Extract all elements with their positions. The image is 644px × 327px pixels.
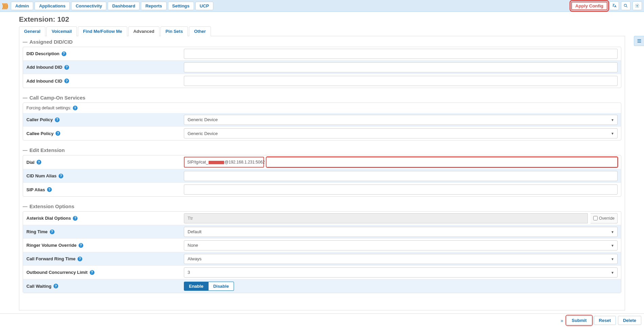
help-icon[interactable]: ?	[73, 216, 78, 221]
section-editext-body: Dial ? SIP/tg#cat_@192.168.1.231:5062 CI…	[23, 155, 621, 197]
help-icon[interactable]: ?	[37, 160, 41, 165]
input-sip-alias[interactable]	[184, 184, 618, 195]
section-assigned-header[interactable]: — Assigned DID/CID	[19, 36, 625, 47]
tab-advanced[interactable]: Advanced	[128, 26, 159, 36]
label-call-waiting: Call Waiting ?	[26, 284, 184, 289]
svg-point-0	[624, 4, 626, 6]
content-panel: — Assigned DID/CID DID Description ? Add…	[19, 36, 625, 310]
row-asterisk-dial: Asterisk Dial Options ? Override	[23, 212, 621, 225]
nav-settings[interactable]: Settings	[168, 2, 194, 10]
help-icon[interactable]: ?	[90, 270, 94, 275]
help-icon[interactable]: ?	[53, 284, 58, 288]
input-dial-extend[interactable]	[266, 157, 618, 167]
help-icon[interactable]: ?	[47, 187, 52, 192]
label-text: Asterisk Dial Options	[26, 216, 71, 221]
label-text: Callee Policy	[26, 131, 53, 136]
override-checkbox-wrap[interactable]: Override	[591, 213, 618, 223]
row-did-description: DID Description ?	[23, 47, 621, 61]
help-icon[interactable]: ?	[79, 243, 83, 248]
nav-applications[interactable]: Applications	[35, 2, 70, 10]
section-assigned-body: DID Description ? Add Inbound DID ? Add …	[23, 47, 621, 88]
section-editext-title: Edit Extension	[29, 147, 65, 153]
override-checkbox[interactable]	[593, 216, 598, 220]
row-ringer-volume: Ringer Volume Override ? ▼	[23, 239, 621, 252]
enable-button[interactable]: Enable	[184, 282, 209, 291]
tab-general[interactable]: General	[19, 26, 45, 36]
label-text: Ring Time	[26, 229, 48, 234]
top-nav-left: )))) Admin Applications Connectivity Das…	[2, 2, 213, 10]
label-text: Ringer Volume Override	[26, 243, 77, 248]
label-text: Call Forward Ring Time	[26, 256, 76, 261]
call-waiting-toggle: Enable Disable	[184, 282, 234, 291]
section-campon-title: Call Camp-On Services	[29, 95, 85, 101]
help-icon[interactable]: ?	[62, 51, 66, 56]
side-list-toggle[interactable]	[634, 36, 644, 46]
select-ringer-volume[interactable]	[184, 240, 618, 250]
translate-icon[interactable]	[609, 1, 619, 10]
content-tabs: General Voicemail Find Me/Follow Me Adva…	[19, 26, 625, 36]
label-dial: Dial ?	[26, 160, 184, 165]
label-add-inbound-did: Add Inbound DID ?	[26, 65, 184, 70]
tab-voicemail[interactable]: Voicemail	[46, 26, 77, 36]
nav-reports[interactable]: Reports	[141, 2, 166, 10]
label-text: Outbound Concurrency Limit	[26, 270, 88, 275]
row-callee-policy: Callee Policy ? ▼	[23, 127, 621, 140]
nav-ucp[interactable]: UCP	[195, 2, 213, 10]
section-editext-header[interactable]: — Edit Extension	[19, 145, 625, 155]
note-text: Forcing default settings:	[26, 106, 71, 110]
label-text: Dial	[26, 160, 35, 165]
disable-button[interactable]: Disable	[209, 282, 234, 291]
nav-admin[interactable]: Admin	[11, 2, 33, 10]
row-add-inbound-cid: Add Inbound CID ?	[23, 74, 621, 88]
apply-config-button[interactable]: Apply Config	[571, 2, 607, 10]
input-asterisk-dial	[184, 213, 588, 223]
row-sip-alias: SIP Alias ?	[23, 183, 621, 196]
label-text: Add Inbound DID	[26, 65, 62, 70]
help-icon[interactable]: ?	[50, 230, 55, 234]
tab-other[interactable]: Other	[189, 26, 211, 36]
select-callee-policy[interactable]	[184, 128, 618, 138]
label-outbound-concurrency: Outbound Concurrency Limit ?	[26, 270, 184, 275]
row-outbound-concurrency: Outbound Concurrency Limit ? ▼	[23, 266, 621, 279]
row-caller-policy: Caller Policy ? ▼	[23, 113, 621, 127]
row-call-waiting: Call Waiting ? Enable Disable	[23, 279, 621, 293]
help-icon[interactable]: ?	[56, 131, 60, 136]
input-add-inbound-did[interactable]	[184, 62, 618, 72]
tab-findme[interactable]: Find Me/Follow Me	[78, 26, 127, 36]
row-dial: Dial ? SIP/tg#cat_@192.168.1.231:5062	[23, 155, 621, 169]
help-icon[interactable]: ?	[78, 257, 82, 261]
nav-connectivity[interactable]: Connectivity	[71, 2, 106, 10]
section-assigned-title: Assigned DID/CID	[29, 39, 73, 45]
select-cfwd-ring-time[interactable]	[184, 254, 618, 264]
section-campon-header[interactable]: — Call Camp-On Services	[19, 92, 625, 103]
row-add-inbound-did: Add Inbound DID ?	[23, 61, 621, 74]
help-icon[interactable]: ?	[64, 65, 69, 70]
page-title: Extension: 102	[0, 12, 644, 26]
help-icon[interactable]: ?	[55, 117, 60, 122]
label-asterisk-dial: Asterisk Dial Options ?	[26, 216, 184, 221]
input-cid-num-alias[interactable]	[184, 171, 618, 181]
svg-point-1	[637, 5, 638, 6]
label-cfwd-ring-time: Call Forward Ring Time ?	[26, 256, 184, 261]
select-caller-policy[interactable]	[184, 115, 618, 125]
label-callee-policy: Callee Policy ?	[26, 131, 184, 136]
minus-icon: —	[23, 40, 27, 44]
minus-icon: —	[23, 95, 27, 100]
search-icon[interactable]	[621, 1, 630, 10]
row-cid-num-alias: CID Num Alias ?	[23, 169, 621, 183]
input-did-description[interactable]	[184, 49, 618, 59]
select-ring-time[interactable]	[184, 227, 618, 237]
help-icon[interactable]: ?	[73, 106, 78, 110]
list-icon	[637, 38, 642, 44]
input-add-inbound-cid[interactable]	[184, 76, 618, 86]
section-extopts-header[interactable]: — Extension Options	[19, 201, 625, 211]
label-caller-policy: Caller Policy ?	[26, 117, 184, 122]
tab-pinsets[interactable]: Pin Sets	[160, 26, 188, 36]
select-outbound-concurrency[interactable]	[184, 267, 618, 278]
help-icon[interactable]: ?	[59, 174, 63, 178]
nav-dashboard[interactable]: Dashboard	[108, 2, 139, 10]
label-ringer-volume: Ringer Volume Override ?	[26, 243, 184, 248]
help-icon[interactable]: ?	[64, 79, 69, 83]
label-text: SIP Alias	[26, 187, 45, 192]
gear-icon[interactable]	[632, 1, 642, 10]
